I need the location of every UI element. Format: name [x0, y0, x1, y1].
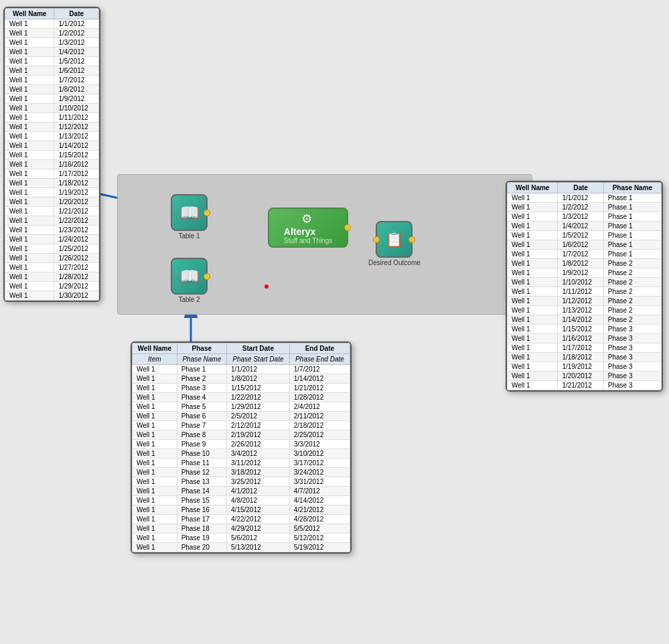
- table-row: Well 1Phase 133/25/20123/31/2012: [133, 477, 350, 487]
- table-row: Well 11/13/2012: [5, 132, 99, 141]
- table-left: Well Name Date Well 11/1/2012Well 11/2/2…: [3, 7, 100, 302]
- table-row: Well 11/15/2012: [5, 151, 99, 160]
- table-row: Well 11/28/2012: [5, 272, 99, 282]
- table-row: Well 1Phase 154/8/20124/14/2012: [133, 496, 350, 505]
- table-row: Well 11/5/2012: [5, 57, 99, 66]
- table1-output-connector: [204, 210, 210, 216]
- table-row: Well 11/1/2012Phase 1: [508, 193, 662, 203]
- table2-icon: 📖: [179, 267, 200, 286]
- table-row: Well 11/21/2012: [5, 207, 99, 216]
- table-row: Well 11/7/2012: [5, 76, 99, 85]
- table-row: Well 11/14/2012: [5, 141, 99, 151]
- alteryx-output-connector: [344, 224, 351, 231]
- gear-icon: ⚙: [301, 212, 312, 226]
- table-row: Well 11/1/2012: [5, 19, 99, 29]
- table-row: Well 11/21/2012Phase 3: [508, 381, 662, 390]
- table-row: Well 11/3/2012: [5, 38, 99, 48]
- table-row: Well 11/2/2012Phase 1: [508, 203, 662, 212]
- table-row: Well 11/29/2012: [5, 282, 99, 291]
- table-row: Well 11/8/2012Phase 2: [508, 259, 662, 268]
- left-col-wellname: Well Name: [5, 9, 54, 19]
- table-row: Well 1Phase 174/22/20124/28/2012: [133, 515, 350, 524]
- table-row: Well 11/20/2012: [5, 197, 99, 207]
- table-right: Well Name Date Phase Name Well 11/1/2012…: [506, 181, 663, 392]
- desired-label: Desired Outcome: [368, 259, 421, 266]
- table-row: Well 11/23/2012: [5, 226, 99, 235]
- table-row: Well 1Phase 51/29/20122/4/2012: [133, 402, 350, 412]
- table-row: Well 11/14/2012Phase 2: [508, 315, 662, 325]
- right-col-wellname: Well Name: [508, 183, 558, 193]
- red-dot: [265, 285, 269, 289]
- table-row: Well 11/8/2012: [5, 85, 99, 94]
- table-row: Well 1Phase 62/5/20122/11/2012: [133, 412, 350, 421]
- table-row: Well 1Phase 41/22/20121/28/2012: [133, 393, 350, 402]
- table-row: Well 11/26/2012: [5, 254, 99, 263]
- table-row: Well 11/16/2012Phase 3: [508, 334, 662, 343]
- table-row: Well 11/3/2012Phase 1: [508, 212, 662, 222]
- table-row: Well 11/9/2012: [5, 94, 99, 104]
- desired-output-connector: [408, 236, 415, 243]
- table-row: Well 11/13/2012Phase 2: [508, 306, 662, 315]
- table-row: Well 1Phase 103/4/20123/10/2012: [133, 449, 350, 459]
- bottom-sub-phaseend: Phase End Date: [289, 354, 350, 365]
- desired-input-connector: [373, 236, 380, 243]
- table-row: Well 11/27/2012: [5, 263, 99, 272]
- table-row: Well 11/24/2012: [5, 235, 99, 244]
- table-row: Well 11/19/2012Phase 3: [508, 362, 662, 372]
- table-row: Well 1Phase 205/13/20125/19/2012: [133, 543, 350, 552]
- table-row: Well 1Phase 144/1/20124/7/2012: [133, 487, 350, 496]
- table2-output-connector: [204, 273, 210, 280]
- desired-outcome-node[interactable]: 📋 Desired Outcome: [368, 221, 421, 266]
- table-row: Well 11/12/2012: [5, 123, 99, 132]
- table-row: Well 1Phase 164/15/20124/21/2012: [133, 505, 350, 515]
- alteryx-sub: Stuff and Things: [284, 237, 332, 244]
- table-row: Well 11/20/2012Phase 3: [508, 372, 662, 381]
- bottom-sub-item: Item: [133, 354, 177, 365]
- table-row: Well 1Phase 195/6/20125/12/2012: [133, 534, 350, 543]
- bottom-sub-phasename: Phase Name: [177, 354, 226, 365]
- table1-label: Table 1: [178, 232, 200, 240]
- table-row: Well 1Phase 72/12/20122/18/2012: [133, 421, 350, 430]
- table-row: Well 1Phase 82/19/20122/25/2012: [133, 430, 350, 440]
- table-row: Well 1Phase 184/29/20125/5/2012: [133, 524, 350, 534]
- bottom-col-phase: Phase: [177, 343, 226, 354]
- table-row: Well 11/4/2012: [5, 48, 99, 57]
- bottom-col-wellname: Well Name: [133, 343, 177, 354]
- table-row: Well 11/12/2012Phase 2: [508, 297, 662, 306]
- table-row: Well 11/11/2012: [5, 113, 99, 123]
- table-row: Well 11/18/2012: [5, 179, 99, 188]
- right-col-phasename: Phase Name: [603, 183, 661, 193]
- table-row: Well 11/5/2012Phase 1: [508, 231, 662, 240]
- table-row: Well 11/4/2012Phase 1: [508, 222, 662, 231]
- table-row: Well 11/16/2012: [5, 160, 99, 169]
- table-row: Well 11/10/2012: [5, 104, 99, 113]
- table-row: Well 11/19/2012: [5, 188, 99, 197]
- alteryx-node[interactable]: ⚙ Alteryx Stuff and Things: [268, 208, 348, 248]
- left-col-date: Date: [54, 9, 99, 19]
- desired-icon: 📋: [385, 231, 403, 248]
- table-row: Well 1Phase 31/15/20121/21/2012: [133, 384, 350, 393]
- table-row: Well 11/7/2012Phase 1: [508, 250, 662, 259]
- table-row: Well 1Phase 113/11/20123/17/2012: [133, 459, 350, 468]
- table-row: Well 11/15/2012Phase 3: [508, 325, 662, 334]
- table-row: Well 1Phase 123/18/20123/24/2012: [133, 468, 350, 477]
- table-row: Well 11/11/2012Phase 2: [508, 287, 662, 297]
- table-row: Well 11/6/2012Phase 1: [508, 240, 662, 250]
- table-row: Well 1Phase 11/1/20121/7/2012: [133, 365, 350, 374]
- table-row: Well 11/17/2012Phase 3: [508, 343, 662, 353]
- table-row: Well 11/18/2012Phase 3: [508, 353, 662, 362]
- table-row: Well 11/10/2012Phase 2: [508, 278, 662, 287]
- table1-node[interactable]: 📖 Table 1: [171, 194, 208, 240]
- bottom-sub-phasestart: Phase Start Date: [227, 354, 290, 365]
- table-row: Well 11/6/2012: [5, 66, 99, 76]
- right-col-date: Date: [558, 183, 603, 193]
- table-row: Well 11/22/2012: [5, 216, 99, 226]
- bottom-col-enddate: End Date: [289, 343, 350, 354]
- table2-node[interactable]: 📖 Table 2: [171, 258, 208, 303]
- table-row: Well 11/17/2012: [5, 169, 99, 179]
- table-bottom: Well Name Phase Start Date End Date Item…: [131, 341, 352, 554]
- table-row: Well 11/25/2012: [5, 244, 99, 254]
- bottom-col-startdate: Start Date: [227, 343, 290, 354]
- table-row: Well 1Phase 21/8/20121/14/2012: [133, 374, 350, 384]
- table1-icon: 📖: [179, 204, 200, 222]
